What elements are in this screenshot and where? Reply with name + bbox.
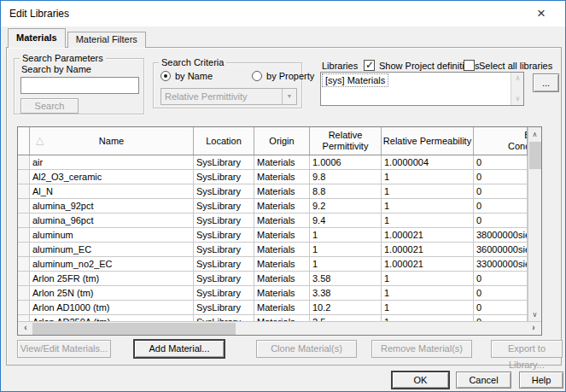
table-row[interactable]: aluminum_no2_ECSysLibraryMaterials11.000… bbox=[18, 257, 528, 272]
table-row[interactable]: airSysLibraryMaterials1.00061.00000040 bbox=[18, 155, 528, 170]
cell-rel_permittivity: 10.2 bbox=[310, 301, 382, 314]
cell-name: Al_N bbox=[30, 184, 194, 198]
export-to-library-button[interactable]: Export to Library... bbox=[491, 340, 563, 358]
libraries-listbox[interactable]: [sys] Materials ∧ ∨ bbox=[320, 72, 524, 106]
row-selector[interactable] bbox=[18, 199, 30, 213]
header-origin[interactable]: Origin bbox=[254, 127, 310, 155]
cell-bulk_conductivity: 33000000siemens/m bbox=[474, 257, 528, 271]
header-location[interactable]: Location bbox=[194, 127, 254, 155]
cell-rel_permittivity: 9.2 bbox=[310, 199, 382, 213]
header-selector-cell[interactable] bbox=[18, 127, 30, 155]
browse-libraries-button[interactable]: ... bbox=[533, 73, 559, 92]
cell-name: aluminum bbox=[30, 228, 194, 242]
cell-bulk_conductivity: 0 bbox=[474, 155, 528, 169]
ok-button[interactable]: OK bbox=[392, 372, 449, 389]
cell-rel_permeability: 1 bbox=[382, 214, 474, 227]
table-row[interactable]: Al2_O3_ceramicSysLibraryMaterials9.810 bbox=[18, 170, 528, 184]
row-selector[interactable] bbox=[18, 155, 30, 169]
table-row[interactable]: Al_NSysLibraryMaterials8.810 bbox=[18, 184, 528, 199]
libraries-scrollbar[interactable]: ∧ ∨ bbox=[511, 73, 523, 105]
row-selector[interactable] bbox=[18, 315, 30, 321]
table-horizontal-scrollbar[interactable]: ‹ › bbox=[18, 321, 541, 335]
table-row[interactable]: Arlon 25N (tm)SysLibraryMaterials3.3810 bbox=[18, 286, 528, 301]
property-select[interactable]: Relative Permittivity ▼ bbox=[160, 88, 297, 105]
header-relative-permeability[interactable]: Relative Permeability bbox=[382, 127, 474, 155]
cell-rel_permeability: 1 bbox=[382, 199, 474, 213]
cell-location: SysLibrary bbox=[194, 228, 254, 242]
scroll-left-icon[interactable]: ‹ bbox=[19, 322, 32, 335]
row-selector[interactable] bbox=[18, 272, 30, 285]
cell-rel_permittivity: 1 bbox=[310, 257, 382, 271]
cell-location: SysLibrary bbox=[194, 315, 254, 321]
row-selector[interactable] bbox=[18, 170, 30, 184]
radio-button-icon bbox=[252, 71, 262, 81]
tab-strip: Materials Material Filters bbox=[8, 28, 146, 48]
title-bar: Edit Libraries × bbox=[1, 1, 565, 26]
scrollbar-thumb[interactable] bbox=[529, 142, 541, 169]
table-vertical-scrollbar[interactable]: ∧ ∨ bbox=[528, 127, 541, 322]
radio-by-property[interactable]: by Property bbox=[252, 71, 314, 81]
cell-location: SysLibrary bbox=[194, 199, 254, 213]
cell-name: aluminum_EC bbox=[30, 243, 194, 256]
cell-rel_permittivity: 1 bbox=[310, 228, 382, 242]
cell-rel_permittivity: 3.38 bbox=[310, 286, 382, 300]
row-selector[interactable] bbox=[18, 184, 30, 198]
cell-origin: Materials bbox=[254, 184, 310, 198]
clone-materials-button[interactable]: Clone Material(s) bbox=[256, 340, 357, 358]
scroll-right-icon[interactable]: › bbox=[527, 322, 540, 335]
add-material-button[interactable]: Add Material... bbox=[134, 340, 225, 358]
cell-location: SysLibrary bbox=[194, 257, 254, 271]
remove-materials-button[interactable]: Remove Material(s) bbox=[371, 340, 472, 358]
scrollbar-thumb[interactable] bbox=[32, 323, 236, 335]
scroll-down-icon[interactable]: ∨ bbox=[528, 308, 541, 321]
table-row[interactable]: aluminum_ECSysLibraryMaterials11.0000213… bbox=[18, 243, 528, 257]
cell-origin: Materials bbox=[254, 243, 310, 256]
header-relative-permittivity[interactable]: Relative Permittivity bbox=[310, 127, 382, 155]
sort-ascending-icon: △ bbox=[36, 135, 44, 146]
cell-origin: Materials bbox=[254, 228, 310, 242]
library-item[interactable]: [sys] Materials bbox=[322, 73, 388, 87]
cell-name: alumina_96pct bbox=[30, 214, 194, 227]
search-criteria-group: Search Criteria by Name by Property Rela… bbox=[153, 62, 302, 108]
show-project-definitions-checkbox[interactable]: Show Project definitions bbox=[364, 60, 479, 71]
cell-rel_permittivity: 1.0006 bbox=[310, 155, 382, 169]
cell-rel_permittivity: 1 bbox=[310, 243, 382, 256]
search-button[interactable]: Search bbox=[20, 98, 79, 114]
cancel-button[interactable]: Cancel bbox=[456, 372, 511, 389]
cell-rel_permeability: 1 bbox=[382, 184, 474, 198]
cell-bulk_conductivity: 0 bbox=[474, 214, 528, 227]
cell-rel_permeability: 1 bbox=[382, 170, 474, 184]
table-row[interactable]: alumina_96pctSysLibraryMaterials9.410 bbox=[18, 214, 528, 228]
tab-material-filters[interactable]: Material Filters bbox=[67, 32, 146, 48]
select-all-libraries-checkbox[interactable]: Select all libraries bbox=[464, 60, 552, 71]
cell-name: Al2_O3_ceramic bbox=[30, 170, 194, 184]
scroll-up-icon[interactable]: ∧ bbox=[528, 128, 541, 141]
group-label: Search Criteria bbox=[159, 57, 226, 67]
scroll-down-icon[interactable]: ∨ bbox=[511, 93, 524, 105]
criteria-radio-row: by Name by Property bbox=[160, 71, 296, 81]
table-row[interactable]: aluminumSysLibraryMaterials11.0000213800… bbox=[18, 228, 528, 243]
search-input[interactable] bbox=[20, 77, 139, 94]
table-row[interactable]: Arlon AD1000 (tm)SysLibraryMaterials10.2… bbox=[18, 301, 528, 315]
scroll-up-icon[interactable]: ∧ bbox=[511, 73, 524, 85]
table-row[interactable]: alumina_92pctSysLibraryMaterials9.210 bbox=[18, 199, 528, 214]
cell-rel_permeability: 1.000021 bbox=[382, 257, 474, 271]
row-selector[interactable] bbox=[18, 228, 30, 242]
search-by-name-label: Search by Name bbox=[21, 64, 91, 74]
table-row[interactable]: Arlon 25FR (tm)SysLibraryMaterials3.5810 bbox=[18, 272, 528, 286]
chevron-down-icon: ▼ bbox=[282, 89, 296, 104]
cell-rel_permittivity: 3.58 bbox=[310, 272, 382, 285]
tab-materials[interactable]: Materials bbox=[8, 28, 66, 48]
view-edit-materials-button[interactable]: View/Edit Materials... bbox=[17, 340, 111, 358]
row-selector[interactable] bbox=[18, 243, 30, 256]
header-name[interactable]: △ Name bbox=[30, 127, 194, 155]
table-row[interactable]: Arlon AD250A (tm)SysLibraryMaterials2.51… bbox=[18, 315, 528, 321]
radio-by-name[interactable]: by Name bbox=[160, 71, 213, 81]
row-selector[interactable] bbox=[18, 286, 30, 300]
row-selector[interactable] bbox=[18, 301, 30, 314]
help-button[interactable]: Help bbox=[519, 372, 563, 389]
header-bulk-conductivity[interactable]: Bulk Conductivity bbox=[474, 127, 528, 155]
row-selector[interactable] bbox=[18, 214, 30, 227]
row-selector[interactable] bbox=[18, 257, 30, 271]
close-icon[interactable]: × bbox=[531, 4, 551, 23]
